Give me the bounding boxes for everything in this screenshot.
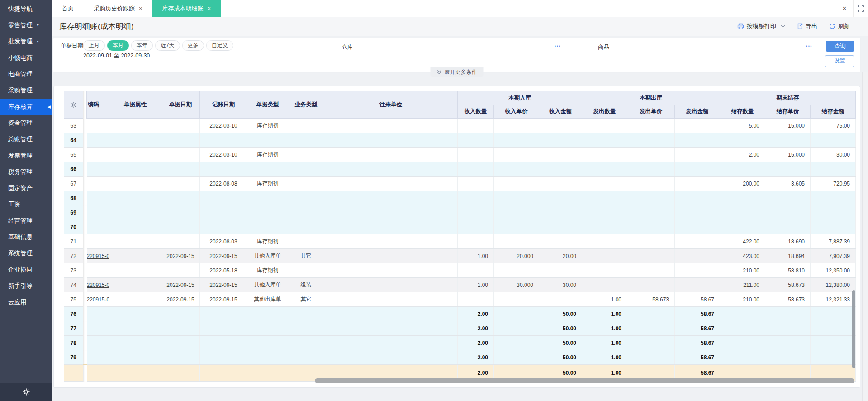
table-row[interactable]: 732022-05-18库存期初210.0058.81012,350.00 [64, 263, 856, 278]
search-button[interactable]: 查询 [826, 41, 854, 52]
table-row[interactable]: 672022-08-08库存期初200.003.605720.95 [64, 177, 856, 191]
table-row[interactable]: 74220915-02022-09-152022-09-15其他入库单组装1.0… [64, 278, 856, 292]
sidebar-item-企业协同[interactable]: 企业协同 [0, 262, 52, 278]
table-row[interactable]: 72220915-02022-09-152022-09-15其他入库单其它1.0… [64, 249, 856, 263]
sidebar-item-经营管理[interactable]: 经营管理 [0, 213, 52, 229]
sidebar-item-资金管理[interactable]: 资金管理 [0, 115, 52, 131]
gear-icon [23, 388, 30, 396]
sidebar-item-零售管理[interactable]: 零售管理▼ [0, 17, 52, 33]
date-option-更多[interactable]: 更多 [182, 40, 204, 51]
table-row[interactable]: 772.0050.001.0058.67 [64, 321, 856, 336]
date-option-上月[interactable]: 上月 [83, 40, 105, 51]
date-option-本年[interactable]: 本年 [131, 40, 153, 51]
date-range-value[interactable]: 2022-09-01 至 2022-09-30 [83, 52, 150, 60]
sidebar-settings-button[interactable] [0, 383, 52, 401]
balance-qty-cell [720, 350, 765, 365]
tab-purchase-history-price[interactable]: 采购历史价跟踪 × [84, 0, 152, 17]
sidebar-item-小畅电商[interactable]: 小畅电商 [0, 50, 52, 66]
column-header-结存金额[interactable]: 结存金额 [811, 105, 856, 119]
table-row[interactable]: 632022-03-10库存期初5.0015.00075.00 [64, 119, 856, 133]
table-row[interactable]: 792.0050.001.0058.67 [64, 350, 856, 365]
settings-button[interactable]: 设置 [825, 55, 854, 67]
table-row[interactable]: 68 [64, 191, 856, 205]
doc-type-cell: 库存期初 [247, 148, 288, 162]
column-header-收入金额[interactable]: 收入金额 [539, 105, 582, 119]
vertical-scrollbar-thumb[interactable] [852, 290, 855, 368]
sidebar-item-基础信息[interactable]: 基础信息 [0, 229, 52, 245]
table-row[interactable]: 712022-08-03库存期初422.0018.6907,887.39 [64, 234, 856, 249]
balance-qty-cell: 2.00 [720, 148, 765, 162]
column-header-结存单价[interactable]: 结存单价 [765, 105, 811, 119]
refresh-button[interactable]: 刷新 [829, 22, 850, 30]
column-header-doc-date[interactable]: 单据日期 [161, 91, 200, 119]
sidebar-item-税务管理[interactable]: 税务管理 [0, 164, 52, 180]
fullscreen-icon[interactable] [854, 5, 868, 12]
out-price-cell [627, 205, 675, 220]
expand-more-conditions-button[interactable]: 展开更多条件 [431, 67, 484, 77]
doc-type-cell [247, 133, 288, 148]
doc-date-label: 单据日期 [61, 42, 83, 50]
in-amount-cell [539, 119, 582, 133]
sidebar-item-云应用[interactable]: 云应用 [0, 294, 52, 310]
column-header-posting-date[interactable]: 记账日期 [200, 91, 247, 119]
sidebar-item-采购管理[interactable]: 采购管理 [0, 82, 52, 99]
sidebar-item-电商管理[interactable]: 电商管理 [0, 66, 52, 82]
column-header-收入数量[interactable]: 收入数量 [458, 105, 494, 119]
frozen-column-divider [83, 263, 87, 278]
column-header-doc-attr[interactable]: 单据属性 [109, 91, 161, 119]
doc-code-link[interactable]: 220915-0 [87, 253, 109, 259]
sidebar-item-固定资产[interactable]: 固定资产 [0, 180, 52, 196]
doc-code-link[interactable]: 220915-0 [87, 296, 109, 303]
tab-inventory-cost-detail[interactable]: 库存成本明细账 × [152, 0, 221, 17]
sidebar-item-新手引导[interactable]: 新手引导 [0, 278, 52, 294]
biz-type-cell [288, 220, 324, 234]
horizontal-scrollbar-thumb[interactable] [315, 378, 854, 383]
table-row[interactable]: 66 [64, 162, 856, 177]
doc-attr-cell [109, 162, 161, 177]
sidebar-item-工资[interactable]: 工资 [0, 196, 52, 213]
table-row[interactable]: 64 [64, 133, 856, 148]
warehouse-input[interactable] [359, 40, 566, 51]
column-header-收入单价[interactable]: 收入单价 [494, 105, 539, 119]
out-price-cell [627, 307, 675, 321]
sidebar-item-库存核算[interactable]: 库存核算 [0, 99, 52, 115]
chevron-down-icon[interactable] [781, 25, 785, 28]
sidebar-item-批发管理[interactable]: 批发管理▼ [0, 33, 52, 50]
date-option-近7天[interactable]: 近7天 [155, 40, 180, 51]
column-header-code[interactable]: 编码 [87, 91, 109, 119]
product-input[interactable] [615, 40, 818, 51]
export-button[interactable]: 导出 [797, 22, 817, 30]
column-header-doc-type[interactable]: 单据类型 [247, 91, 288, 119]
table-row[interactable]: 652022-03-10库存期初2.0015.00030.00 [64, 148, 856, 162]
biz-type-cell [288, 321, 324, 336]
column-header-partner[interactable]: 往来单位 [324, 91, 458, 119]
print-by-template-button[interactable]: 按模板打印 [737, 22, 785, 30]
sidebar-item-总账管理[interactable]: 总账管理 [0, 131, 52, 148]
frozen-column-divider [83, 278, 87, 292]
column-header-biz-type[interactable]: 业务类型 [288, 91, 324, 119]
table-row[interactable]: 762.0050.001.0058.67 [64, 307, 856, 321]
column-header-发出金额[interactable]: 发出金额 [675, 105, 720, 119]
tab-home[interactable]: 首页 [52, 0, 84, 17]
doc-code-link[interactable]: 220915-0 [87, 282, 109, 288]
warehouse-picker-icon[interactable]: ••• [555, 44, 561, 48]
table-row[interactable]: 782.0050.001.0058.67 [64, 336, 856, 350]
close-window-icon[interactable]: × [836, 5, 853, 13]
product-picker-icon[interactable]: ••• [806, 44, 812, 48]
column-settings-button[interactable] [64, 91, 83, 119]
table-row[interactable]: 75220915-02022-09-152022-09-15其他出库单其它1.0… [64, 292, 856, 307]
table-row[interactable]: 69 [64, 205, 856, 220]
date-option-本月[interactable]: 本月 [107, 40, 129, 51]
table-row[interactable]: 70 [64, 220, 856, 234]
date-option-自定义[interactable]: 自定义 [206, 40, 233, 51]
column-header-结存数量[interactable]: 结存数量 [720, 105, 765, 119]
close-icon[interactable]: × [208, 5, 211, 12]
column-header-发出数量[interactable]: 发出数量 [582, 105, 627, 119]
sidebar-item-快捷导航[interactable]: 快捷导航 [0, 1, 52, 17]
sidebar-item-系统管理[interactable]: 系统管理 [0, 245, 52, 262]
close-icon[interactable]: × [139, 5, 142, 12]
in-amount-cell: 50.00 [539, 336, 582, 350]
column-header-发出单价[interactable]: 发出单价 [627, 105, 675, 119]
page-scrollbar-track[interactable] [862, 72, 868, 401]
sidebar-item-发票管理[interactable]: 发票管理 [0, 148, 52, 164]
